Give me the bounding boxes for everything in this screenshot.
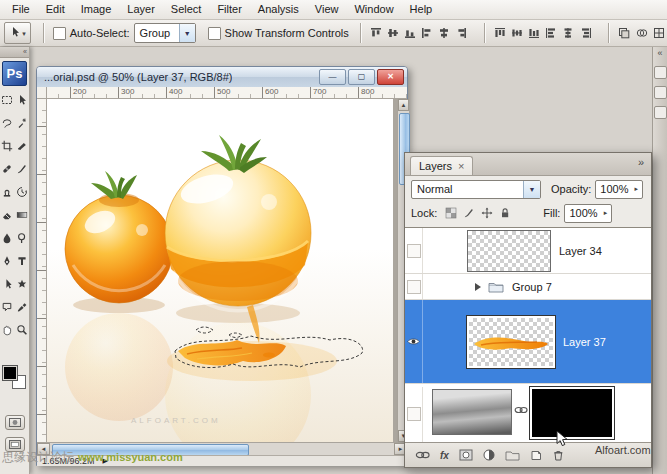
tool-rectangular-marquee[interactable]	[0, 88, 15, 111]
menu-help[interactable]: Help	[402, 0, 441, 19]
tool-clone-stamp[interactable]	[0, 180, 15, 203]
show-transform-checkbox[interactable]	[208, 27, 221, 40]
tool-path-selection[interactable]	[0, 272, 15, 295]
spinner-arrow-icon[interactable]: ▸	[599, 209, 611, 217]
align-top-edges-icon[interactable]	[369, 24, 384, 42]
auto-select-group-dropdown[interactable]: Group ▼	[134, 23, 196, 43]
distribute-vertical-centers-icon[interactable]	[510, 24, 525, 42]
adjustment-layer-icon[interactable]	[483, 449, 495, 461]
tool-crop[interactable]	[0, 134, 15, 157]
visibility-toggle[interactable]	[405, 228, 423, 273]
layers-panel-tabbar[interactable]: Layers × »	[405, 153, 651, 176]
link-mask-icon[interactable]	[514, 405, 528, 415]
quick-mask-button[interactable]	[5, 415, 25, 430]
tool-zoom[interactable]	[15, 318, 30, 341]
layer-row-masked-layer[interactable]	[405, 384, 651, 442]
menu-edit[interactable]: Edit	[38, 0, 73, 19]
layer-style-icon[interactable]: fx	[440, 450, 449, 461]
tool-notes[interactable]	[0, 295, 15, 318]
distribute-left-edges-icon[interactable]	[544, 24, 559, 42]
layer-row-layer-37[interactable]: Layer 37	[405, 300, 651, 384]
document-titlebar[interactable]: ...orial.psd @ 50% (Layer 37, RGB/8#) — …	[37, 67, 407, 88]
tool-history-brush[interactable]	[15, 180, 30, 203]
new-layer-icon[interactable]	[530, 449, 542, 461]
tool-eyedropper[interactable]	[15, 295, 30, 318]
tool-preset-picker[interactable]: ▾	[4, 22, 31, 44]
menu-view[interactable]: View	[307, 0, 347, 19]
layer-mask-icon[interactable]	[459, 449, 473, 461]
align-right-edges-icon[interactable]	[454, 24, 469, 42]
group-expand-icon[interactable]	[475, 283, 481, 291]
visibility-toggle[interactable]	[405, 387, 423, 442]
lock-position-icon[interactable]	[479, 206, 494, 221]
dock-panel-icon[interactable]	[654, 66, 667, 79]
lock-all-icon[interactable]	[497, 206, 512, 221]
toolbox-grip[interactable]: «	[0, 47, 29, 58]
layers-tab[interactable]: Layers ×	[410, 156, 473, 175]
foreground-color-swatch[interactable]	[3, 366, 17, 380]
blend-mode-dropdown[interactable]: Normal ▼	[411, 180, 541, 199]
layer-thumbnail[interactable]	[467, 316, 555, 368]
layer-row-group-7[interactable]: Group 7	[405, 274, 651, 300]
scroll-up-icon[interactable]: ▲	[398, 99, 409, 111]
close-button[interactable]: ✕	[377, 69, 404, 85]
tool-brush[interactable]	[15, 157, 30, 180]
align-vertical-centers-icon[interactable]	[386, 24, 401, 42]
menu-window[interactable]: Window	[346, 0, 401, 19]
visibility-toggle[interactable]	[405, 300, 423, 383]
lock-image-icon[interactable]	[461, 206, 476, 221]
align-horizontal-centers-icon[interactable]	[437, 24, 452, 42]
workspace-grid-icon[interactable]	[651, 24, 666, 42]
tool-pen[interactable]	[0, 249, 15, 272]
link-layers-icon[interactable]	[415, 450, 430, 460]
delete-layer-icon[interactable]	[552, 449, 564, 461]
layer-thumbnail[interactable]	[432, 389, 512, 435]
dock-expand-icon[interactable]: «	[657, 47, 662, 59]
tool-gradient[interactable]	[15, 203, 30, 226]
minimize-button[interactable]: —	[319, 69, 346, 85]
tool-magic-wand[interactable]	[15, 111, 30, 134]
tool-dodge[interactable]	[15, 226, 30, 249]
tool-move[interactable]	[15, 88, 30, 111]
menu-image[interactable]: Image	[73, 0, 120, 19]
tool-eraser[interactable]	[0, 203, 15, 226]
layer-mask-thumbnail[interactable]	[530, 387, 614, 439]
dock-panel-icon[interactable]	[654, 106, 667, 119]
menu-select[interactable]: Select	[163, 0, 210, 19]
auto-select-checkbox[interactable]	[53, 27, 66, 40]
layer-thumbnail[interactable]	[467, 230, 551, 272]
tool-slice[interactable]	[15, 134, 30, 157]
spinner-arrow-icon[interactable]: ▸	[630, 185, 642, 193]
lock-transparency-icon[interactable]	[443, 206, 458, 221]
opacity-field[interactable]: 100% ▸	[595, 180, 643, 199]
tab-close-icon[interactable]: ×	[458, 160, 464, 172]
menu-layer[interactable]: Layer	[119, 0, 163, 19]
distribute-bottom-edges-icon[interactable]	[527, 24, 542, 42]
align-left-edges-icon[interactable]	[420, 24, 435, 42]
menu-file[interactable]: File	[4, 0, 38, 19]
tool-hand[interactable]	[0, 318, 15, 341]
distribute-top-edges-icon[interactable]	[493, 24, 508, 42]
layer-row-layer-34[interactable]: Layer 34	[405, 228, 651, 274]
tool-custom-shape[interactable]	[15, 272, 30, 295]
menu-analysis[interactable]: Analysis	[250, 0, 307, 19]
maximize-button[interactable]: ▢	[348, 69, 375, 85]
distribute-horizontal-centers-icon[interactable]	[561, 24, 576, 42]
distribute-right-edges-icon[interactable]	[578, 24, 593, 42]
site-watermark: Alfoart.com	[595, 444, 651, 456]
fill-field[interactable]: 100% ▸	[564, 204, 612, 223]
tool-healing-brush[interactable]	[0, 157, 15, 180]
new-group-icon[interactable]	[505, 450, 520, 461]
align-bottom-edges-icon[interactable]	[403, 24, 418, 42]
tool-lasso[interactable]	[0, 111, 15, 134]
auto-align-layers-icon[interactable]	[617, 24, 632, 42]
panel-menu-chevrons-icon[interactable]: »	[638, 156, 644, 168]
document-window: ...orial.psd @ 50% (Layer 37, RGB/8#) — …	[36, 66, 408, 466]
visibility-toggle[interactable]	[405, 274, 423, 299]
auto-blend-layers-icon[interactable]	[634, 24, 649, 42]
tool-type[interactable]	[15, 249, 30, 272]
menu-filter[interactable]: Filter	[209, 0, 249, 19]
canvas[interactable]: ALFOART.COM	[47, 99, 393, 442]
dock-panel-icon[interactable]	[654, 86, 667, 99]
tool-blur[interactable]	[0, 226, 15, 249]
